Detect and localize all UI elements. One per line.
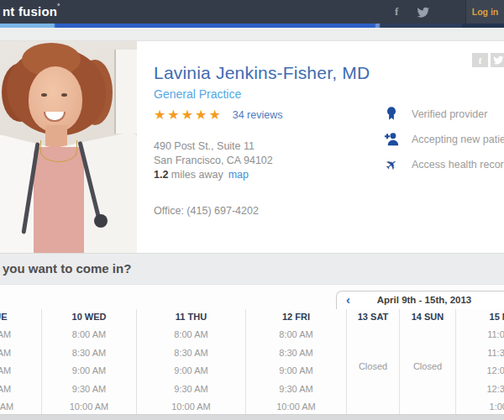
distance-value: 1.2 (154, 169, 168, 181)
top-nav-bar: nt fusion° f Log in (0, 0, 504, 24)
next-row-edge (0, 414, 504, 420)
time-slot[interactable]: 12:00 PM (456, 362, 504, 381)
day-column-sun: 14 SUN Closed (400, 309, 456, 420)
login-button[interactable]: Log in (465, 0, 504, 24)
day-header: 14 SUN (400, 309, 455, 326)
star-rating: ★★★★★ (154, 108, 223, 122)
badge-records: ✈ Access health records (382, 155, 504, 174)
day-header: 10 WED (42, 309, 136, 326)
time-slot[interactable]: 8:00 AM (137, 326, 245, 344)
day-column-fri: 12 FRI 8:00 AM 8:30 AM 9:00 AM 9:30 AM 1… (246, 309, 347, 420)
day-header: 12 FRI (246, 309, 346, 326)
day-column-thu: 11 THU 8:00 AM 8:30 AM 9:00 AM 9:30 AM 1… (137, 309, 246, 420)
twitter-share-icon[interactable] (491, 53, 504, 67)
card-share-icons: f (472, 53, 504, 67)
time-slot[interactable]: 8:00 AM (42, 326, 136, 344)
time-slot[interactable]: 11:30 AM (456, 344, 504, 363)
time-slot[interactable]: 8:00 AM (246, 326, 346, 344)
day-column-tue: 9 TUE 8:00 AM 8:30 AM 9:00 AM 9:30 AM 10… (0, 309, 42, 420)
provider-photo (0, 41, 137, 253)
plane-icon: ✈ (382, 155, 401, 174)
day-column-wed: 10 WED 8:00 AM 8:30 AM 9:00 AM 9:30 AM 1… (42, 309, 137, 420)
week-selector-tab: ‹ April 9th - 15th, 2013 (336, 291, 504, 309)
schedule-grid: 9 TUE 8:00 AM 8:30 AM 9:00 AM 9:30 AM 10… (0, 309, 504, 420)
day-column-mon: 15 MON 11:00 AM 11:30 AM 12:00 PM 12:30 … (456, 309, 504, 420)
time-slot[interactable]: 9:00 AM (42, 362, 136, 381)
time-slot[interactable]: 9:30 AM (0, 381, 41, 399)
badge-label: Access health records (412, 159, 504, 171)
map-link[interactable]: map (228, 169, 249, 181)
time-slot[interactable]: 11:00 AM (456, 326, 504, 344)
badge-accepting: Accepting new patients (382, 130, 504, 149)
medal-icon (382, 105, 401, 123)
badge-verified: Verified provider (382, 105, 504, 123)
time-slot[interactable]: 8:30 AM (42, 344, 136, 363)
provider-name: Lavinia Jenkins-Fisher, MD (154, 63, 504, 83)
day-column-sat: 13 SAT Closed (347, 309, 400, 420)
time-slot[interactable]: 12:30 PM (456, 381, 504, 399)
time-slot[interactable]: 9:30 AM (42, 381, 136, 399)
week-range-label: April 9th - 15th, 2013 (337, 291, 500, 308)
topbar-social-icons: f (395, 0, 430, 24)
twitter-icon[interactable] (417, 7, 430, 18)
photo-background-frame (114, 50, 137, 134)
app-logo[interactable]: nt fusion° (3, 3, 60, 18)
brand-accent-strip (0, 24, 504, 28)
trademark-mark: ° (57, 3, 60, 9)
scheduler-question: you want to come in? (3, 261, 131, 276)
badge-label: Verified provider (412, 108, 487, 120)
day-header: 15 MON (456, 309, 504, 326)
office-phone: Office: (415) 697-4202 (154, 205, 504, 217)
time-slot[interactable]: 9:00 AM (137, 362, 245, 381)
provider-profile-card: Lavinia Jenkins-Fisher, MD General Pract… (0, 40, 504, 254)
time-slot[interactable]: 9:00 AM (0, 362, 41, 381)
provider-info-panel: Lavinia Jenkins-Fisher, MD General Pract… (137, 41, 504, 253)
time-slot[interactable]: 8:30 AM (0, 344, 41, 363)
time-slot[interactable]: 8:30 AM (246, 344, 346, 363)
person-plus-icon (382, 130, 401, 149)
time-slot[interactable]: 8:30 AM (137, 344, 245, 363)
time-slot[interactable]: 9:00 AM (246, 362, 346, 381)
reviews-link[interactable]: 34 reviews (233, 109, 283, 121)
scheduler-question-band: you want to come in? (0, 254, 504, 285)
day-header: 13 SAT (347, 309, 399, 326)
time-slot[interactable]: 9:30 AM (137, 381, 245, 399)
provider-badges: Verified provider Accepting new patients… (382, 105, 504, 174)
availability-scheduler: ‹ April 9th - 15th, 2013 9 TUE 8:00 AM 8… (0, 285, 504, 420)
day-header: 11 THU (137, 309, 245, 326)
closed-label: Closed (347, 361, 399, 371)
badge-label: Accepting new patients (412, 134, 504, 145)
facebook-icon[interactable]: f (395, 5, 398, 18)
closed-label: Closed (400, 361, 455, 371)
time-slot[interactable]: 9:30 AM (246, 381, 346, 399)
day-header: 9 TUE (0, 309, 41, 326)
specialty-link[interactable]: General Practice (154, 87, 504, 101)
previous-week-arrow[interactable]: ‹ (346, 291, 350, 308)
time-slot[interactable]: 8:00 AM (0, 326, 41, 344)
facebook-share-icon[interactable]: f (472, 53, 488, 67)
